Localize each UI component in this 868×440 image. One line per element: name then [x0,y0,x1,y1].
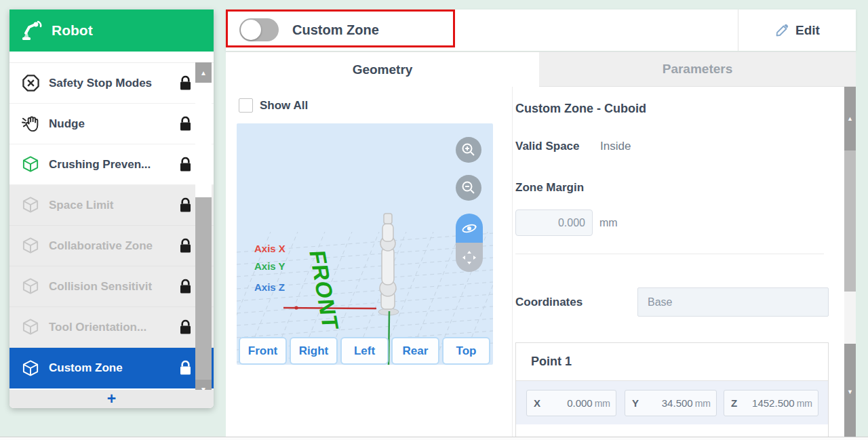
sidebar-scrolled-item-sliver [9,52,214,63]
scroll-up-arrow-icon[interactable]: ▲ [844,87,856,151]
sidebar-item-collaborative-zone[interactable]: Collaborative Zone [9,226,214,266]
x-axis-label: X [534,397,540,409]
show-all-checkbox[interactable] [239,98,253,113]
zoom-in-button[interactable] [456,137,481,163]
cube-icon [22,196,40,214]
nudge-hand-icon [22,115,40,133]
section-divider [515,254,824,254]
point-z-field[interactable]: Z 1452.500 mm [724,390,818,416]
axis-y-label: Axis Y [254,260,285,272]
x-value: 0.000 [567,397,593,409]
view-top-button[interactable]: Top [442,337,490,365]
rotate-view-button[interactable] [456,214,483,243]
coordinates-select[interactable]: Base [637,287,829,317]
pan-arrows-icon [461,249,477,266]
geometry-panel: Show All [226,87,856,437]
cube-icon [22,318,40,336]
axis-x-label: Axis X [254,243,285,254]
lock-icon [179,319,192,335]
toggle-label: Custom Zone [292,9,379,51]
sidebar-item-tool-orientation[interactable]: Tool Orientation... [9,307,214,348]
y-value: 34.500 [662,397,693,409]
window-bottom-edge [0,437,868,440]
view-right-button[interactable]: Right [290,337,338,365]
valid-space-label: Valid Space [515,140,580,153]
lock-icon [179,238,192,254]
cube-icon [22,277,40,296]
lock-icon [179,361,192,376]
plus-icon: + [107,391,116,407]
edit-label: Edit [795,23,820,38]
cube-icon [22,237,40,255]
lock-icon [179,116,192,132]
z-value: 1452.500 [752,397,795,409]
sidebar-item-label: Tool Orientation... [49,321,146,334]
pencil-icon [774,23,789,38]
tab-parameters[interactable]: Parameters [539,52,856,87]
pan-view-button[interactable] [456,243,483,272]
cube-icon [22,359,40,378]
y-axis-label: Y [632,397,639,409]
zone-margin-input[interactable]: 0.000 [515,209,593,236]
lock-icon [179,157,192,172]
robot-arm-model [378,214,399,315]
sidebar-item-nudge[interactable]: Nudge [9,104,214,144]
add-zone-button[interactable]: + [9,390,214,408]
edit-button[interactable]: Edit [738,9,856,51]
show-all-label: Show All [260,99,308,113]
sidebar-item-safety-stop-modes[interactable]: Safety Stop Modes [9,63,214,104]
scroll-down-arrow-icon[interactable]: ▼ [844,344,856,440]
scroll-up-arrow-icon[interactable]: ▲ [195,62,212,83]
front-floor-label: FRONT [304,250,344,330]
sidebar-header: Robot [9,9,214,52]
valid-space-value: Inside [600,140,631,153]
orbit-pan-control [456,214,483,272]
z-axis-label: Z [731,397,737,409]
robot-3d-scene: Axis X Axis Y Axis Z FRONT [237,123,493,365]
sidebar-title: Robot [52,22,93,39]
custom-zone-toggle[interactable] [239,18,279,41]
robot-arm-icon [20,20,43,41]
view-left-button[interactable]: Left [340,337,389,365]
sidebar-item-label: Collaborative Zone [49,239,153,253]
lock-icon [179,75,192,91]
zone-margin-label: Zone Margin [515,181,584,195]
view-rear-button[interactable]: Rear [391,337,439,365]
point-y-field[interactable]: Y 34.500 mm [625,390,717,416]
sidebar-item-collision-sensitivity[interactable]: Collision Sensitivit [9,266,214,307]
sidebar-item-label: Custom Zone [49,361,123,375]
cube-icon [22,155,40,174]
sidebar-item-crushing-prevention[interactable]: Crushing Preven... [9,144,214,185]
zone-type-title: Custom Zone - Cuboid [515,102,646,116]
x-unit: mm [595,398,610,409]
view-buttons: Front Right Left Rear Top [239,337,490,365]
robot-3d-viewer[interactable]: Axis X Axis Y Axis Z FRONT [237,123,493,365]
properties-scrollbar-thumb[interactable] [844,151,856,292]
point-coordinates-row: X 0.000 mm Y 34.500 mm Z 1452.500 mm [516,380,828,424]
tab-geometry[interactable]: Geometry [226,52,539,87]
custom-zone-toggle-bar: Custom Zone Edit [226,9,856,51]
sidebar-scrollbar[interactable]: ▲ ▼ [195,53,212,399]
zoom-out-button[interactable] [456,175,481,201]
properties-scrollbar[interactable]: ▲ ▼ [844,87,856,440]
point-1-card: Point 1 X 0.000 mm Y 34.500 mm Z 1452.50… [515,342,829,437]
axis-z-label: Axis Z [254,281,285,293]
lock-icon [179,197,192,213]
zoom-in-icon [461,142,476,157]
sidebar-item-space-limit[interactable]: Space Limit [9,185,214,226]
stop-octagon-x-icon [22,74,40,92]
z-unit: mm [797,398,812,409]
point-title: Point 1 [516,343,828,369]
sidebar-scrollbar-thumb[interactable] [195,197,212,380]
sidebar-item-custom-zone[interactable]: Custom Zone [9,348,214,388]
sidebar: Robot Safety Stop Modes Nudge Crushing P… [9,9,214,408]
sidebar-item-label: Space Limit [49,199,113,212]
zone-margin-unit: mm [599,209,618,236]
point-x-field[interactable]: X 0.000 mm [526,390,616,416]
zoom-out-icon [461,180,476,195]
sidebar-item-label: Nudge [49,117,85,131]
sidebar-item-label: Safety Stop Modes [49,77,152,90]
coordinates-label: Coordinates [515,296,583,309]
view-front-button[interactable]: Front [239,337,287,365]
toggle-knob [241,20,261,40]
